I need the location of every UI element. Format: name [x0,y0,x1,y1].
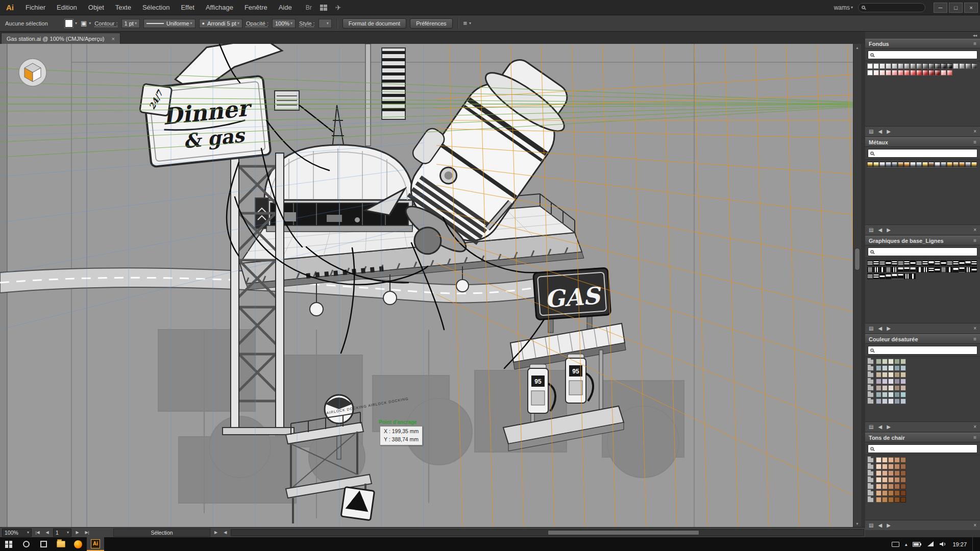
swatch-group-folder-icon[interactable] [867,372,874,378]
prev-artboard-button[interactable]: ◀ [43,530,51,535]
panel-menu-icon[interactable]: ≡ [973,336,976,342]
chevron-down-icon[interactable]: ▾ [89,21,91,26]
swatch-group-folder-icon[interactable] [867,386,874,391]
swatch[interactable] [882,372,888,378]
brush-combo[interactable]: ● Arrondi 5 pt ▾ [199,19,242,28]
swatch[interactable] [900,398,906,404]
swatch[interactable] [916,70,922,76]
swatch[interactable] [935,267,940,272]
swatch[interactable] [879,260,885,266]
swatch[interactable] [886,273,891,279]
panel-menu-icon[interactable]: ≡ [973,41,976,46]
fill-swatch[interactable] [65,19,73,28]
delete-icon[interactable]: × [973,227,976,233]
swatch[interactable] [953,260,959,266]
task-view-button[interactable] [35,537,52,551]
swatch[interactable] [879,267,885,272]
minimize-button[interactable]: ─ [934,3,947,13]
swatch[interactable] [894,470,900,476]
swatch[interactable] [888,398,894,404]
swatch[interactable] [910,70,916,76]
stroke-link[interactable]: Contour : [94,20,117,27]
swatch[interactable] [892,260,897,266]
swatch[interactable] [888,484,894,489]
swatch[interactable] [882,490,888,496]
swatch[interactable] [971,260,977,266]
prev-library-icon[interactable]: ◀ [878,424,882,430]
swatch[interactable] [941,162,946,167]
swatch[interactable] [898,273,903,279]
menu-item-7[interactable]: Fenêtre [239,0,273,15]
align-icon[interactable]: ≡ [463,19,468,27]
swatch[interactable] [888,379,894,384]
swatch[interactable] [882,470,888,476]
delete-icon[interactable]: × [973,325,976,331]
next-library-icon[interactable]: ▶ [887,424,891,430]
swatch[interactable] [959,162,965,167]
swatch-group-folder-icon[interactable] [867,379,874,384]
swatch[interactable] [928,70,934,76]
swatch[interactable] [876,372,881,378]
swatch[interactable] [941,260,946,266]
swatch[interactable] [953,63,959,69]
swatch[interactable] [922,267,928,272]
swatch[interactable] [941,267,946,272]
swatch[interactable] [882,398,888,404]
swatch[interactable] [965,267,971,272]
next-library-icon[interactable]: ▶ [887,522,891,528]
swatch[interactable] [959,267,965,272]
swatch[interactable] [876,464,881,469]
panel-header[interactable]: Métaux≡ [865,137,980,147]
swatch[interactable] [873,267,879,272]
vertical-scrollbar[interactable]: ▲ ▼ [853,44,861,527]
artboard-combo[interactable]: 1 ▾ [53,529,71,537]
swatch[interactable] [867,260,873,266]
arrange-documents-icon[interactable] [320,5,327,11]
swatch[interactable] [900,359,906,364]
swatch[interactable] [910,63,916,69]
swatch[interactable] [928,63,934,69]
firefox-button[interactable] [69,537,87,551]
variable-width-combo[interactable]: Uniforme ▾ [143,19,195,28]
panel-header[interactable]: Tons de chair≡ [865,433,980,442]
next-library-icon[interactable]: ▶ [887,227,891,233]
delete-icon[interactable]: × [973,522,976,528]
swatch[interactable] [935,70,940,76]
panel-header[interactable]: Fondus≡ [865,39,980,48]
prev-library-icon[interactable]: ◀ [878,522,882,528]
swatch[interactable] [947,267,952,272]
chevron-down-icon[interactable]: ▾ [469,21,471,26]
swatch[interactable] [886,63,891,69]
swatch[interactable] [900,379,906,384]
swatch[interactable] [959,260,965,266]
library-icon[interactable]: ▤ [869,424,873,430]
last-artboard-button[interactable]: ▶| [83,530,91,535]
swatch[interactable] [894,398,900,404]
swatch[interactable] [894,464,900,469]
swatch-group-folder-icon[interactable] [867,491,874,496]
swatch[interactable] [947,70,952,76]
panel-menu-icon[interactable]: ≡ [973,435,976,440]
swatch[interactable] [910,267,916,272]
swatch[interactable] [894,365,900,371]
swatch[interactable] [894,484,900,489]
swatch[interactable] [941,63,946,69]
document-setup-button[interactable]: Format de document [342,18,407,29]
swatch[interactable] [947,162,952,167]
swatch[interactable] [876,457,881,463]
panel-search-input[interactable] [868,444,977,453]
file-explorer-button[interactable] [52,537,69,551]
swatch[interactable] [892,162,897,167]
swatch[interactable] [882,385,888,391]
swatch[interactable] [882,497,888,503]
swatch[interactable] [876,484,881,489]
stroke-proxy-icon[interactable]: ▣ [81,19,87,27]
swatch[interactable] [916,63,922,69]
swatch[interactable] [935,63,940,69]
swatch[interactable] [900,365,906,371]
swatch[interactable] [922,162,928,167]
swatch[interactable] [867,70,873,76]
panel-menu-icon[interactable]: ≡ [973,139,976,145]
swatch[interactable] [888,385,894,391]
swatch[interactable] [959,63,965,69]
